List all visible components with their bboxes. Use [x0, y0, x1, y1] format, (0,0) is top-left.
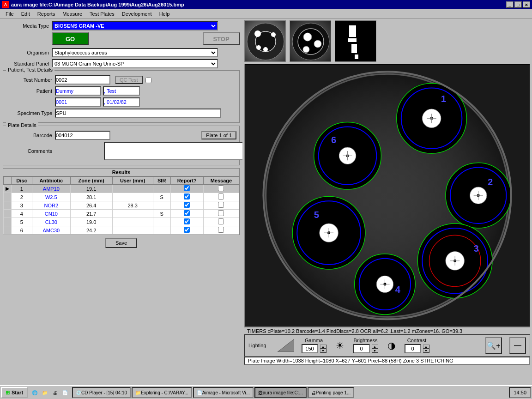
menu-reports[interactable]: Reports — [34, 10, 59, 18]
cell-report[interactable] — [170, 210, 203, 218]
row-arrow — [4, 201, 12, 210]
organism-select[interactable]: Staphylococcus aureus — [52, 48, 218, 57]
results-table: Disc Antibiotic Zone (mm) User (mm) SIR … — [3, 176, 239, 235]
close-btn[interactable]: ✕ — [523, 1, 530, 8]
th-report: Report? — [170, 177, 203, 185]
timers-text: TIMERS cPlate=10.2 Barcode=1.4 FindDiscs… — [247, 328, 462, 334]
brightness-up-btn[interactable]: ▲ — [372, 345, 378, 349]
media-type-select[interactable]: BIOSENS GRAM -VE — [52, 21, 218, 30]
comments-textarea[interactable] — [104, 142, 242, 160]
thumbnail-2[interactable] — [290, 20, 331, 62]
cell-report[interactable] — [170, 193, 203, 201]
contrast-row: ▲ ▼ — [405, 344, 429, 353]
patient-name-input[interactable] — [103, 86, 140, 96]
specimen-row: Specimen Type — [6, 109, 236, 118]
patient-id-input[interactable] — [55, 86, 101, 96]
gamma-input[interactable] — [302, 344, 318, 353]
table-row[interactable]: 2W2.528.1S — [4, 193, 239, 201]
taskbar-aimage-file[interactable]: 🖼 aura image file:C:... — [254, 387, 307, 398]
menu-test-plates[interactable]: Test Plates — [86, 10, 118, 18]
taskbar-icon-1: 🌐 — [30, 388, 39, 397]
svg-point-9 — [314, 40, 321, 48]
menu-development[interactable]: Development — [118, 10, 156, 18]
patient-dob-input[interactable] — [103, 97, 140, 107]
go-button[interactable]: GO — [52, 32, 89, 45]
zoom-out-button[interactable]: — — [509, 337, 526, 354]
test-number-input[interactable] — [55, 75, 110, 85]
gamma-spinner[interactable]: ▲ ▼ — [320, 345, 326, 353]
gamma-down-btn[interactable]: ▼ — [320, 349, 326, 353]
cell-message[interactable] — [203, 226, 239, 235]
cell-message[interactable] — [203, 201, 239, 210]
contrast-up-btn[interactable]: ▲ — [423, 345, 429, 349]
table-row[interactable]: 3NOR226.428.3 — [4, 201, 239, 210]
media-type-row: Media Type BIOSENS GRAM -VE — [3, 21, 240, 30]
taskbar-icon-2: 📁 — [41, 388, 49, 397]
cell-report[interactable] — [170, 226, 203, 235]
thumbnail-3[interactable] — [335, 20, 376, 62]
th-message: Message — [203, 177, 239, 185]
menu-measure[interactable]: Measure — [59, 10, 86, 18]
cell-user — [112, 226, 153, 235]
zoom-in-button[interactable]: 🔍+ — [485, 337, 502, 354]
table-row[interactable]: 5CL3019.0 — [4, 218, 239, 226]
save-button[interactable]: Save — [105, 238, 137, 248]
cell-sir — [153, 201, 170, 210]
brightness-input[interactable] — [353, 344, 370, 353]
brightness-spinner[interactable]: ▲ ▼ — [372, 345, 378, 353]
message-checkbox[interactable] — [218, 185, 224, 191]
taskbar-printing[interactable]: 🖨 Printing page 1... — [308, 387, 355, 398]
message-checkbox[interactable] — [218, 218, 224, 224]
message-checkbox[interactable] — [218, 227, 224, 233]
cell-message[interactable] — [203, 210, 239, 218]
contrast-down-btn[interactable]: ▼ — [423, 349, 429, 353]
cell-zone: 19.1 — [70, 185, 112, 193]
message-checkbox[interactable] — [218, 210, 224, 216]
report-checkbox[interactable] — [184, 202, 190, 208]
cell-user — [112, 210, 153, 218]
menu-edit[interactable]: Edit — [18, 10, 34, 18]
stop-button[interactable]: STOP — [203, 32, 240, 45]
standard-panel-select[interactable]: 03 MUGN Gram Neg Urine-SP — [52, 59, 218, 68]
taskbar-cd-player[interactable]: 💿 CD Player - [15] 04:10 — [72, 387, 131, 398]
cell-message[interactable] — [203, 193, 239, 201]
cell-disc: 1 — [12, 185, 32, 193]
report-checkbox[interactable] — [184, 210, 190, 216]
contrast-input[interactable] — [405, 344, 421, 353]
table-row[interactable]: 6AMC3024.2 — [4, 226, 239, 235]
table-row[interactable]: 4CN1021.7S — [4, 210, 239, 218]
barcode-row: Barcode Plate 1 of 1 — [6, 131, 236, 140]
report-checkbox[interactable] — [184, 185, 190, 191]
gc-test-checkbox[interactable] — [145, 77, 151, 83]
menu-file[interactable]: File — [2, 10, 18, 18]
svg-marker-64 — [278, 339, 294, 352]
patient-num-input[interactable] — [55, 97, 101, 107]
report-checkbox[interactable] — [184, 218, 190, 224]
menu-help[interactable]: Help — [156, 10, 174, 18]
start-button[interactable]: ⊞ Start — [1, 387, 28, 398]
cell-report[interactable] — [170, 201, 203, 210]
cell-message[interactable] — [203, 185, 239, 193]
patient-group-title: Patient, Test Details — [6, 67, 54, 73]
contrast-spinner[interactable]: ▲ ▼ — [423, 345, 429, 353]
cell-report[interactable] — [170, 218, 203, 226]
report-checkbox[interactable] — [184, 193, 190, 200]
table-row[interactable]: ▶1AMP1019.1 — [4, 185, 239, 193]
cell-zone: 28.1 — [70, 193, 112, 201]
gamma-up-btn[interactable]: ▲ — [320, 345, 326, 349]
specimen-input[interactable] — [55, 109, 221, 118]
barcode-input[interactable] — [55, 131, 110, 140]
taskbar-aimage-ms[interactable]: 📄 Aimage - Microsoft Vi... — [193, 387, 254, 398]
gc-test-button[interactable]: QC Test — [115, 76, 143, 84]
svg-rect-12 — [349, 25, 356, 37]
brightness-down-btn[interactable]: ▼ — [372, 349, 378, 353]
cell-report[interactable] — [170, 185, 203, 193]
minimize-btn[interactable]: _ — [506, 1, 514, 8]
maximize-btn[interactable]: □ — [514, 1, 522, 8]
taskbar-explorer[interactable]: 📁 Exploring - C:\VARAY... — [132, 387, 192, 398]
message-checkbox[interactable] — [218, 202, 224, 208]
report-checkbox[interactable] — [184, 227, 190, 233]
thumbnail-1[interactable] — [244, 20, 286, 62]
cell-message[interactable] — [203, 218, 239, 226]
message-checkbox[interactable] — [218, 193, 224, 200]
